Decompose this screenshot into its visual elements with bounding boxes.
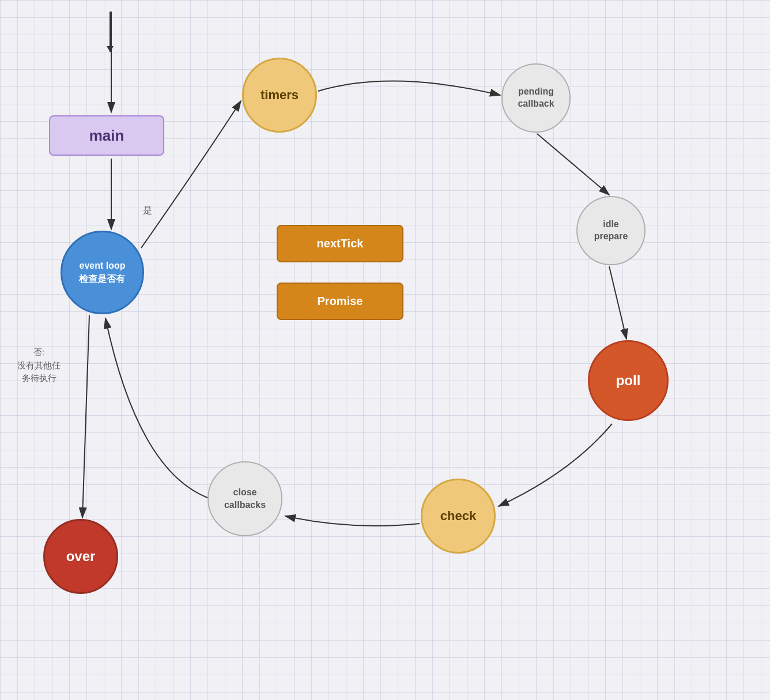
node-idle-prepare: idle prepare (576, 196, 646, 265)
arrow-poll-to-check (499, 424, 612, 506)
node-pending-callback: pending callback (501, 63, 571, 133)
node-check: check (421, 479, 496, 554)
eventloop-label: event loop 检查是否有 (79, 259, 125, 285)
check-label: check (440, 509, 476, 524)
node-timers: timers (242, 58, 317, 133)
label-no: 否:没有其他任务待执行 (17, 346, 61, 385)
arrow-timers-to-pending (318, 81, 500, 95)
timers-label: timers (261, 88, 299, 103)
arrow-idle-to-poll (609, 266, 626, 339)
idle-label: idle prepare (594, 219, 628, 243)
arrow-close-to-eventloop (105, 318, 210, 499)
main-label: main (89, 127, 124, 145)
node-over: over (43, 519, 118, 594)
node-eventloop: event loop 检查是否有 (61, 231, 144, 314)
top-entry-arrow (110, 12, 111, 52)
node-promise: Promise (277, 283, 403, 320)
arrow-check-to-close (285, 516, 420, 526)
poll-label: poll (616, 372, 641, 389)
nexttick-label: nextTick (317, 237, 364, 250)
promise-label: Promise (318, 295, 363, 308)
node-close-callbacks: close callbacks (207, 461, 282, 536)
over-label: over (66, 548, 96, 564)
node-poll: poll (588, 340, 669, 421)
close-label: close callbacks (224, 486, 266, 512)
node-nexttick: nextTick (277, 225, 403, 262)
node-main: main (49, 115, 164, 156)
arrow-eventloop-to-over (82, 315, 89, 518)
arrow-pending-to-idle (537, 134, 609, 195)
label-yes: 是 (143, 205, 152, 217)
pending-label: pending callback (518, 86, 554, 110)
diagram-container: main event loop 检查是否有 是 否:没有其他任务待执行 time… (0, 0, 770, 700)
